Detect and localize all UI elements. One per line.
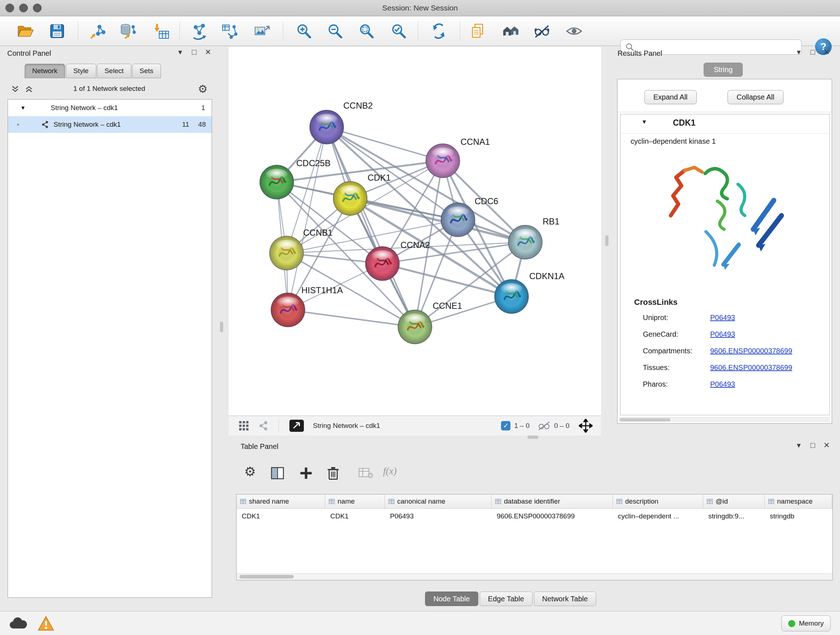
copy-documents-icon[interactable]: [468, 21, 488, 41]
save-session-icon[interactable]: [47, 21, 67, 41]
crosslink-link[interactable]: 9606.ENSP00000378699: [710, 347, 792, 355]
table-cell[interactable]: stringdb: [765, 509, 832, 524]
network-node-CDC6[interactable]: [441, 203, 475, 237]
import-table-icon[interactable]: [151, 21, 172, 41]
tab-sets[interactable]: Sets: [132, 64, 161, 78]
warning-icon[interactable]: [38, 616, 54, 631]
network-node-CCNA1[interactable]: [426, 144, 460, 178]
pan-crosshair-icon[interactable]: [579, 419, 592, 432]
import-network-icon[interactable]: [88, 21, 108, 41]
crosslink-link[interactable]: P06493: [710, 330, 735, 339]
network-node-CCNB2[interactable]: [309, 110, 344, 144]
network-node-CCNA2[interactable]: [365, 247, 399, 280]
delete-column-trash-icon[interactable]: [327, 466, 340, 480]
panel-close-icon[interactable]: ✕: [821, 441, 833, 450]
panel-close-icon[interactable]: ✕: [202, 48, 214, 57]
network-edge[interactable]: [288, 127, 327, 310]
splitter-handle[interactable]: [220, 321, 223, 333]
column-header--id[interactable]: @id: [703, 494, 765, 508]
network-node-CDC25B[interactable]: [260, 165, 294, 199]
network-node-RB1[interactable]: [508, 225, 542, 259]
network-node-CCNE1[interactable]: [398, 310, 432, 344]
table-row[interactable]: CDK1CDK1P064939606.ENSP00000378699cyclin…: [237, 509, 832, 524]
zoom-in-icon[interactable]: [294, 21, 314, 41]
network-node-CCNB1[interactable]: [270, 236, 303, 270]
zoom-selected-icon[interactable]: [388, 21, 409, 41]
tab-node-table[interactable]: Node Table: [425, 592, 478, 606]
open-session-icon[interactable]: [15, 21, 35, 41]
zoom-out-icon[interactable]: [325, 21, 345, 41]
panel-menu-icon[interactable]: ▾: [174, 48, 186, 57]
node-label: CCNA2: [401, 240, 430, 250]
network-node-HIST1H1A[interactable]: [271, 293, 305, 327]
show-columns-icon[interactable]: [271, 467, 284, 479]
import-database-icon[interactable]: [118, 21, 138, 41]
gear-icon[interactable]: ⚙: [198, 82, 208, 95]
section-collapse-icon[interactable]: ▼: [641, 119, 647, 125]
memory-button[interactable]: Memory: [782, 616, 831, 631]
network-canvas[interactable]: CCNB2CCNA1CDC25BCDK1CDC6RB1CCNB1CCNA2CDK…: [229, 47, 601, 416]
table-cell[interactable]: P06493: [385, 509, 492, 524]
crosslink-link[interactable]: 9606.ENSP00000378699: [710, 363, 792, 372]
zoom-fit-icon[interactable]: [356, 21, 377, 41]
home-networks-icon[interactable]: [501, 21, 521, 41]
collapse-all-button[interactable]: Collapse All: [728, 90, 783, 104]
expand-all-button[interactable]: Expand All: [644, 90, 697, 104]
new-network-from-table-icon[interactable]: [219, 21, 240, 41]
panel-menu-icon[interactable]: ▾: [793, 441, 805, 450]
panel-float-icon[interactable]: □: [807, 441, 819, 450]
crosslink-link[interactable]: P06493: [710, 314, 735, 322]
column-header-name[interactable]: name: [325, 494, 385, 508]
network-row-selected[interactable]: ● String Network – cdk1 11 48: [8, 116, 212, 133]
disclosure-triangle-icon[interactable]: ▼: [20, 100, 26, 116]
column-header-database-identifier[interactable]: database identifier: [492, 494, 613, 508]
panel-float-icon[interactable]: □: [188, 48, 201, 57]
string-network-graph[interactable]: CCNB2CCNA1CDC25BCDK1CDC6RB1CCNB1CCNA2CDK…: [229, 47, 601, 416]
table-horizontal-scrollbar[interactable]: [237, 573, 832, 580]
panel-float-icon[interactable]: □: [807, 48, 819, 57]
table-cell[interactable]: stringdb:9...: [703, 509, 765, 524]
network-node-CDK1[interactable]: [333, 181, 367, 215]
column-header-namespace[interactable]: namespace: [765, 494, 832, 508]
panel-close-icon[interactable]: ✕: [821, 48, 833, 57]
scrollbar-thumb[interactable]: [240, 575, 294, 578]
scrollbar-thumb[interactable]: [620, 418, 670, 421]
table-cell[interactable]: CDK1: [325, 509, 385, 524]
table-cell[interactable]: 9606.ENSP00000378699: [492, 509, 613, 524]
table-cell[interactable]: CDK1: [237, 509, 325, 524]
grid-view-icon[interactable]: [239, 421, 249, 431]
function-builder-icon[interactable]: f(x): [383, 466, 396, 477]
crosslink-link[interactable]: P06493: [710, 380, 735, 388]
external-view-icon[interactable]: [289, 419, 304, 432]
network-collection-row[interactable]: ▼ String Network – cdk1 1: [8, 100, 212, 116]
hide-glasses-icon[interactable]: [532, 21, 552, 41]
show-eye-icon[interactable]: [564, 21, 584, 41]
tab-network-table[interactable]: Network Table: [534, 592, 596, 606]
column-header-canonical-name[interactable]: canonical name: [385, 494, 492, 508]
clear-table-icon[interactable]: [358, 468, 373, 478]
tab-select[interactable]: Select: [97, 64, 131, 78]
network-edge[interactable]: [288, 310, 415, 327]
new-network-icon[interactable]: [189, 21, 210, 41]
horizontal-scrollbar[interactable]: [619, 417, 830, 422]
splitter-handle[interactable]: [605, 235, 608, 246]
export-image-icon[interactable]: [252, 21, 272, 41]
tab-network[interactable]: Network: [25, 64, 65, 78]
table-cell[interactable]: cyclin–dependent ...: [613, 509, 703, 524]
splitter-handle[interactable]: [527, 435, 538, 439]
network-node-CDKN1A[interactable]: [494, 279, 529, 314]
protein-structure-image: [656, 150, 794, 288]
tab-style[interactable]: Style: [66, 64, 96, 78]
selected-checkbox-icon[interactable]: ✓: [501, 421, 510, 431]
network-view-icon[interactable]: [258, 421, 268, 431]
column-header-description[interactable]: description: [613, 494, 703, 508]
add-column-plus-icon[interactable]: [299, 466, 313, 480]
tab-edge-table[interactable]: Edge Table: [480, 592, 532, 606]
column-header-shared-name[interactable]: shared name: [237, 494, 325, 508]
network-edge[interactable]: [327, 127, 415, 327]
table-settings-gear-icon[interactable]: ⚙: [244, 464, 256, 479]
panel-menu-icon[interactable]: ▾: [793, 48, 805, 57]
tab-string[interactable]: String: [704, 63, 743, 77]
cloud-icon[interactable]: [8, 616, 28, 630]
apply-layout-icon[interactable]: [429, 21, 449, 41]
